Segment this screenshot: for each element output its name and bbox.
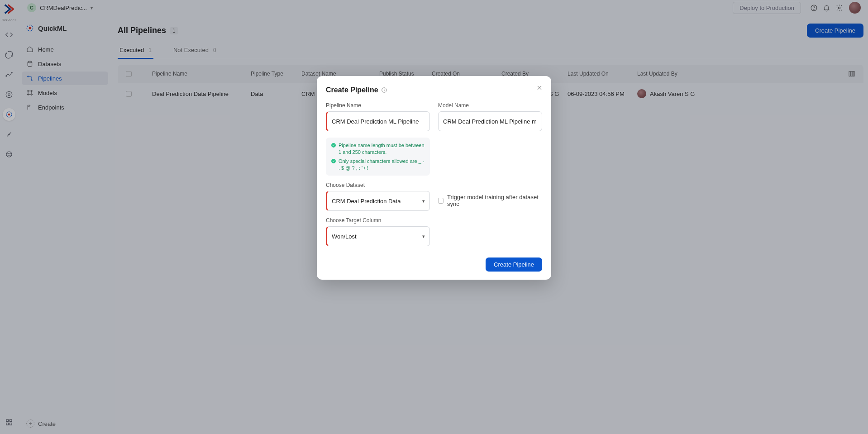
dataset-select[interactable]: CRM Deal Prediction Data ▾ xyxy=(326,191,430,211)
model-name-input[interactable] xyxy=(438,111,542,131)
pipeline-name-label: Pipeline Name xyxy=(326,102,430,109)
chevron-down-icon: ▾ xyxy=(422,198,425,204)
chevron-down-icon: ▾ xyxy=(422,234,425,239)
trigger-label: Trigger model training after dataset syn… xyxy=(447,194,542,207)
pipeline-name-input[interactable] xyxy=(326,111,430,131)
modal-overlay[interactable]: Create Pipeline Pipeline Name Model Name… xyxy=(0,0,868,434)
create-pipeline-modal: Create Pipeline Pipeline Name Model Name… xyxy=(317,76,551,280)
svg-point-32 xyxy=(384,89,384,89)
model-name-label: Model Name xyxy=(438,102,542,109)
check-icon xyxy=(331,159,336,163)
validation-box: Pipeline name length must be between 1 a… xyxy=(326,138,430,176)
modal-create-pipeline-button[interactable]: Create Pipeline xyxy=(486,258,542,272)
trigger-checkbox[interactable] xyxy=(438,198,444,204)
close-icon[interactable] xyxy=(535,83,544,92)
target-select[interactable]: Won/Lost ▾ xyxy=(326,226,430,246)
choose-dataset-label: Choose Dataset xyxy=(326,182,430,188)
modal-title: Create Pipeline xyxy=(326,86,542,94)
choose-target-label: Choose Target Column xyxy=(326,217,430,224)
info-icon[interactable] xyxy=(381,87,387,93)
check-icon xyxy=(331,143,336,148)
